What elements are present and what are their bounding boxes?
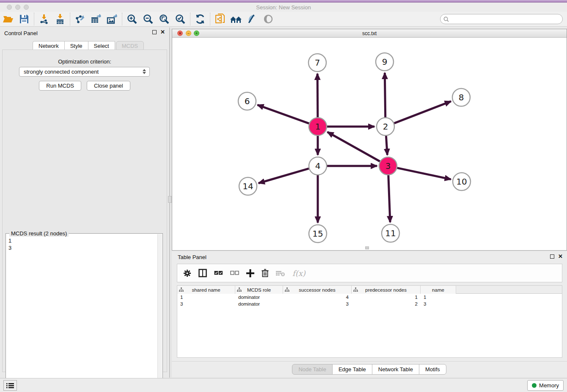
task-history-button[interactable]: [3, 380, 17, 391]
table-cell[interactable]: 1: [177, 294, 235, 301]
select-all-checkboxes-icon[interactable]: [214, 271, 223, 276]
edge-2-8[interactable]: [394, 101, 451, 123]
toolbar-separator: [34, 13, 34, 25]
criterion-value: strongly connected component: [24, 69, 99, 75]
table-cell[interactable]: 3: [283, 301, 352, 307]
search-input[interactable]: [451, 16, 562, 22]
table-cell[interactable]: dominator: [235, 301, 283, 307]
column-header-mcds-role[interactable]: MCDS role: [235, 286, 283, 294]
table-cell[interactable]: 1: [421, 294, 456, 301]
delete-column-icon[interactable]: [261, 269, 269, 277]
edge-4-14[interactable]: [259, 168, 309, 183]
export-image-button[interactable]: [104, 13, 120, 25]
hide-selected-button[interactable]: [260, 13, 276, 25]
column-header-shared-name[interactable]: shared name: [177, 286, 235, 294]
network-canvas[interactable]: 1234678910111415: [172, 38, 567, 250]
tab-motifs[interactable]: Motifs: [419, 364, 446, 375]
table-row[interactable]: 3dominator323: [177, 301, 562, 307]
settings-gear-icon[interactable]: [183, 269, 191, 277]
zoom-out-button[interactable]: [140, 13, 156, 25]
zoom-fit-button[interactable]: [156, 13, 172, 25]
table-header-row[interactable]: shared name MCDS role successor nodes pr…: [177, 286, 562, 294]
home-layout-button[interactable]: [228, 13, 244, 25]
open-session-button[interactable]: [0, 13, 16, 25]
column-browser-icon[interactable]: [198, 269, 207, 277]
table-row[interactable]: 1dominator411: [177, 294, 562, 301]
memory-button[interactable]: Memory: [527, 380, 564, 391]
zoom-in-button[interactable]: [124, 13, 140, 25]
network-window-title: scc.txt: [172, 30, 567, 36]
open-folder-icon: [3, 14, 14, 24]
tab-edge-table[interactable]: Edge Table: [332, 364, 372, 375]
export-network-button[interactable]: [72, 13, 88, 25]
table-tabs: Node Table Edge Table Network Table Moti…: [172, 364, 567, 375]
column-header-successor-nodes[interactable]: successor nodes: [283, 286, 352, 294]
mcds-panel: Optimization criterion: strongly connect…: [2, 50, 167, 372]
table-cell[interactable]: 3: [421, 301, 456, 307]
float-panel-icon[interactable]: [152, 30, 157, 34]
close-panel-button[interactable]: Close panel: [87, 81, 130, 91]
list-icon: [6, 383, 14, 389]
export-table-button[interactable]: [88, 13, 104, 25]
run-mcds-button[interactable]: Run MCDS: [39, 81, 81, 91]
splitter-handle[interactable]: [168, 196, 172, 203]
save-floppy-icon: [19, 14, 29, 24]
save-session-button[interactable]: [16, 13, 32, 25]
app-title: Session: New Session: [0, 4, 567, 11]
table-cell[interactable]: 2: [352, 301, 421, 307]
deselect-all-checkboxes-icon[interactable]: [230, 271, 239, 276]
apply-style-button[interactable]: [244, 13, 260, 25]
clone-network-button[interactable]: [212, 13, 228, 25]
control-panel: Control Panel ✕ Network Style Select MCD…: [0, 28, 169, 377]
zoom-in-icon: [127, 14, 137, 24]
edge-1-6[interactable]: [257, 105, 309, 124]
select-stepper-icon: [143, 69, 146, 74]
table-panel-title: Table Panel: [178, 254, 206, 260]
table-cell[interactable]: 4: [283, 294, 352, 301]
edge-2-9[interactable]: [385, 73, 385, 117]
table-body[interactable]: 1dominator4113dominator323: [177, 294, 562, 307]
import-table-button[interactable]: [52, 13, 68, 25]
function-builder-icon[interactable]: f(x): [292, 269, 306, 278]
search-box[interactable]: [440, 14, 563, 24]
export-network-icon: [74, 14, 85, 24]
edge-3-1[interactable]: [328, 132, 380, 162]
edge-3-11[interactable]: [388, 175, 390, 222]
network-window-titlebar[interactable]: ✕ − + scc.txt: [172, 29, 567, 38]
add-column-icon[interactable]: [246, 269, 254, 277]
criterion-select[interactable]: strongly connected component: [19, 67, 150, 77]
toolbar-separator: [122, 13, 122, 25]
table-cell[interactable]: dominator: [235, 294, 283, 301]
tab-network-table[interactable]: Network Table: [372, 364, 419, 375]
zoom-fit-icon: [159, 14, 169, 24]
zoom-selected-button[interactable]: [172, 13, 188, 25]
mcds-result-title: MCDS result (2 nodes): [9, 230, 69, 237]
network-view-window: ✕ − + scc.txt 1234678910111415: [172, 29, 567, 251]
edge-2-3[interactable]: [386, 136, 387, 155]
node-table[interactable]: shared name MCDS role successor nodes pr…: [177, 285, 562, 358]
node-label-8: 8: [459, 92, 464, 102]
close-table-panel-icon[interactable]: ✕: [558, 254, 563, 259]
canvas-scroll-handle[interactable]: [365, 246, 369, 249]
control-panel-title: Control Panel: [4, 30, 38, 36]
edge-3-10[interactable]: [397, 168, 451, 179]
optimization-criterion-label: Optimization criterion:: [3, 58, 167, 65]
edge-1-7[interactable]: [317, 74, 318, 117]
result-scrollbar[interactable]: [157, 234, 162, 391]
table-panel: Table Panel ✕: [172, 252, 567, 377]
column-header-name[interactable]: name: [421, 286, 456, 294]
node-label-10: 10: [456, 177, 467, 187]
hierarchy-icon: [237, 287, 242, 292]
float-table-panel-icon[interactable]: [550, 254, 554, 259]
refresh-icon: [195, 14, 205, 24]
table-cell[interactable]: 3: [177, 301, 235, 307]
refresh-view-button[interactable]: [192, 13, 208, 25]
export-image-icon: [107, 14, 118, 24]
table-cell[interactable]: 1: [352, 294, 421, 301]
close-panel-icon[interactable]: ✕: [160, 30, 165, 34]
delete-table-icon[interactable]: [276, 270, 285, 276]
mcds-result-box: MCDS result (2 nodes) 1 3: [6, 233, 163, 391]
column-header-predecessor-nodes[interactable]: predecessor nodes: [352, 286, 421, 294]
tab-node-table[interactable]: Node Table: [292, 364, 333, 375]
import-network-button[interactable]: [36, 13, 52, 25]
